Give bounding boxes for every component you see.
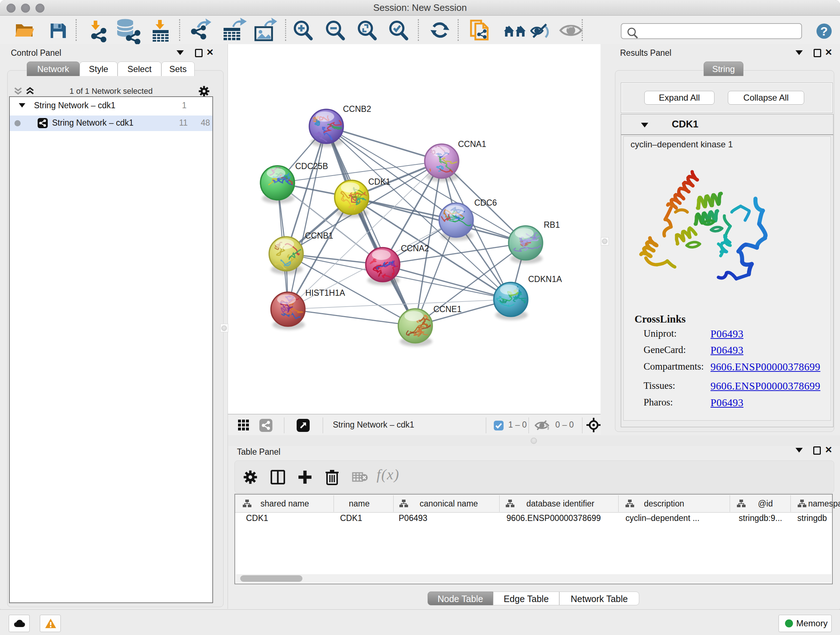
svg-text:CDC25B: CDC25B xyxy=(295,162,328,171)
svg-text:HIST1H1A: HIST1H1A xyxy=(305,288,346,298)
svg-text:CCNA1: CCNA1 xyxy=(458,139,486,149)
svg-text:RB1: RB1 xyxy=(544,220,560,230)
svg-text:CDK1: CDK1 xyxy=(368,177,390,187)
svg-text:CDKN1A: CDKN1A xyxy=(528,274,562,284)
svg-text:CDC6: CDC6 xyxy=(474,198,497,207)
svg-text:CCNB2: CCNB2 xyxy=(343,104,371,114)
svg-text:?: ? xyxy=(821,24,828,38)
svg-text:CCNA2: CCNA2 xyxy=(401,244,429,253)
svg-text:CCNE1: CCNE1 xyxy=(433,304,462,314)
svg-text:CCNB1: CCNB1 xyxy=(305,231,333,241)
